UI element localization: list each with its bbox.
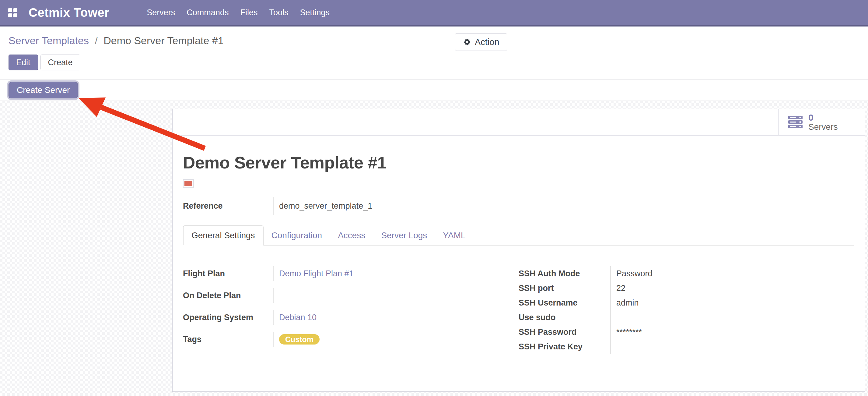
menu-item-files[interactable]: Files [234, 0, 263, 25]
tags-label: Tags [183, 332, 274, 347]
ssh-password-label: SSH Password [519, 325, 611, 339]
main-menu: Servers Commands Files Tools Settings [141, 0, 335, 25]
reference-group: Reference demo_server_template_1 [183, 197, 854, 215]
breadcrumb: Server Templates / Demo Server Template … [8, 33, 868, 48]
flight-plan-label: Flight Plan [183, 266, 274, 281]
operating-system-label: Operating System [183, 310, 274, 325]
flight-plan-value[interactable]: Demo Flight Plan #1 [279, 269, 354, 278]
servers-stat-button[interactable]: 0 Servers [778, 109, 865, 135]
gear-icon [463, 38, 471, 46]
reference-value: demo_server_template_1 [274, 197, 372, 215]
apps-grid-icon[interactable] [8, 8, 18, 18]
on-delete-plan-label: On Delete Plan [183, 288, 274, 303]
servers-count-label: Servers [808, 122, 838, 132]
breadcrumb-separator: / [92, 35, 100, 46]
action-button-label: Action [475, 37, 499, 47]
menu-item-tools[interactable]: Tools [263, 0, 294, 25]
top-navbar: Cetmix Tower Servers Commands Files Tool… [0, 0, 868, 27]
stat-button-row: 0 Servers [173, 109, 865, 136]
create-server-button[interactable]: Create Server [8, 82, 78, 98]
ssh-username-label: SSH Username [519, 295, 611, 310]
tab-general-settings[interactable]: General Settings [183, 225, 264, 246]
ssh-private-key-label: SSH Private Key [519, 339, 611, 354]
field-group-right: SSH Auth Mode Password SSH port 22 SSH U… [519, 266, 854, 354]
tab-server-logs[interactable]: Server Logs [373, 226, 435, 245]
servers-count: 0 [808, 113, 838, 122]
operating-system-value[interactable]: Debian 10 [279, 313, 316, 322]
general-settings-fields: Flight Plan Demo Flight Plan #1 On Delet… [183, 266, 854, 354]
reference-label: Reference [183, 197, 274, 215]
field-group-left: Flight Plan Demo Flight Plan #1 On Delet… [183, 266, 519, 354]
content-background: 0 Servers Demo Server Template #1 Refere… [0, 101, 868, 396]
ssh-auth-mode-value: Password [611, 266, 854, 281]
use-sudo-value [611, 310, 854, 325]
tab-configuration[interactable]: Configuration [264, 226, 330, 245]
status-bar: Create Server [0, 80, 868, 101]
record-title: Demo Server Template #1 [183, 152, 854, 172]
ssh-port-value: 22 [611, 281, 854, 295]
menu-item-settings[interactable]: Settings [294, 0, 335, 25]
ssh-port-label: SSH port [519, 281, 611, 295]
ssh-username-value: admin [611, 295, 854, 310]
use-sudo-label: Use sudo [519, 310, 611, 325]
breadcrumb-parent-link[interactable]: Server Templates [8, 35, 89, 46]
ssh-auth-mode-label: SSH Auth Mode [519, 266, 611, 281]
tag-badge-custom[interactable]: Custom [279, 334, 319, 344]
breadcrumb-current: Demo Server Template #1 [103, 35, 223, 46]
ssh-password-value: ******** [611, 325, 854, 339]
server-rack-icon [788, 116, 804, 129]
create-button[interactable]: Create [40, 55, 80, 70]
menu-item-commands[interactable]: Commands [181, 0, 234, 25]
control-panel-buttons: Edit Create [8, 55, 868, 70]
control-panel: Server Templates / Demo Server Template … [0, 27, 868, 80]
stat-text: 0 Servers [808, 113, 838, 132]
brand-title: Cetmix Tower [29, 6, 109, 20]
action-button[interactable]: Action [455, 33, 507, 51]
sheet-body: Demo Server Template #1 Reference demo_s… [173, 152, 865, 354]
edit-button[interactable]: Edit [8, 55, 38, 70]
color-swatch[interactable] [183, 179, 194, 188]
notebook-tabs: General Settings Configuration Access Se… [183, 226, 854, 246]
form-sheet: 0 Servers Demo Server Template #1 Refere… [172, 109, 865, 392]
tab-access[interactable]: Access [330, 226, 373, 245]
ssh-private-key-value [611, 339, 854, 354]
menu-item-servers[interactable]: Servers [141, 0, 181, 25]
on-delete-plan-value [274, 288, 519, 303]
tab-yaml[interactable]: YAML [435, 226, 473, 245]
